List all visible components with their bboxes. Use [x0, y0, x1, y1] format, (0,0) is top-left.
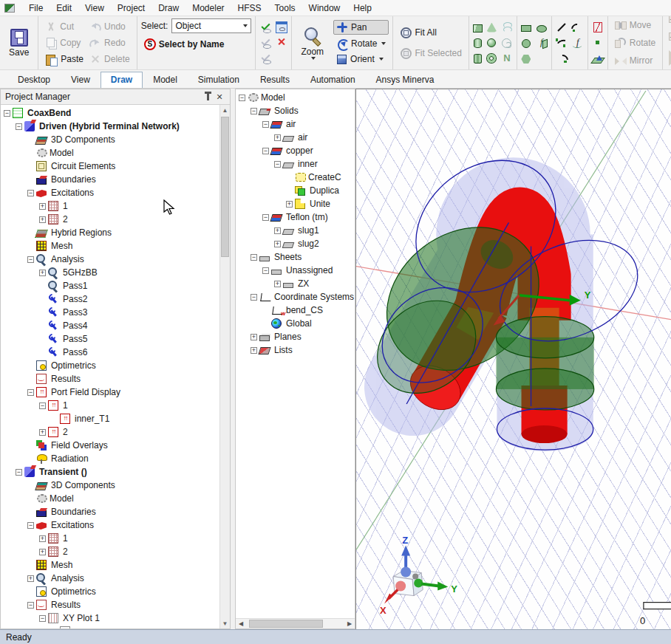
collapse-icon[interactable]: − — [27, 522, 34, 529]
fit-selected-button[interactable]: Fit Selected — [397, 46, 464, 61]
menu-file[interactable]: File — [22, 1, 50, 16]
tree-item[interactable]: −1 — [1, 399, 219, 412]
tree-item[interactable]: Global — [236, 317, 355, 330]
tree-item[interactable]: +Planes — [236, 330, 355, 343]
expand-icon[interactable]: + — [251, 334, 257, 340]
expand-icon[interactable]: + — [39, 535, 46, 542]
pin-button[interactable] — [202, 91, 214, 103]
collapse-icon[interactable]: − — [239, 95, 245, 101]
tree-item[interactable]: +Analysis — [1, 572, 219, 585]
tree-item[interactable]: +ZX — [236, 277, 355, 290]
scroll-down-icon[interactable]: ▼ — [220, 618, 231, 628]
show-selection-icon[interactable] — [259, 21, 271, 33]
delete-button[interactable]: Delete — [86, 52, 133, 66]
menu-draw[interactable]: Draw — [151, 1, 185, 16]
draw-line-icon[interactable] — [556, 21, 568, 33]
tab-simulation[interactable]: Simulation — [188, 72, 250, 88]
expand-icon[interactable]: + — [251, 347, 257, 354]
teflon-slug2[interactable] — [496, 317, 593, 410]
expand-icon[interactable]: + — [274, 227, 281, 234]
draw-sweep-icon[interactable]: N — [501, 52, 513, 64]
collapse-icon[interactable]: − — [4, 110, 10, 117]
expand-icon[interactable]: + — [39, 216, 46, 223]
menu-window[interactable]: Window — [302, 1, 347, 16]
draw-equation-surface-icon[interactable]: f — [536, 37, 548, 49]
rotate-view-button[interactable]: Rotate — [333, 36, 389, 51]
menu-edit[interactable]: Edit — [50, 1, 78, 16]
draw-bounding-box-icon[interactable] — [593, 22, 602, 32]
tree-item[interactable]: 3D Components — [1, 479, 219, 492]
duplicate-move-button[interactable] — [667, 18, 671, 32]
tree-item[interactable]: +air — [236, 131, 355, 144]
tree-item[interactable]: +1 — [1, 532, 219, 545]
select-by-name-button[interactable]: S Select by Name — [141, 37, 252, 52]
cut-button[interactable]: Cut — [42, 19, 86, 34]
paste-button[interactable]: Paste — [42, 52, 86, 66]
model-tree-hscrollbar[interactable]: ◀ ▶ — [236, 618, 355, 628]
modeler-3d-viewport[interactable]: Y — [355, 89, 671, 629]
draw-rectangle-icon[interactable] — [521, 25, 531, 32]
tree-item[interactable] — [1, 625, 219, 628]
collapse-icon[interactable]: − — [39, 615, 46, 622]
tree-item[interactable]: Circuit Elements — [1, 160, 219, 173]
tree-item[interactable]: −Excitations — [1, 186, 219, 199]
expand-icon[interactable]: + — [39, 203, 46, 210]
collapse-icon[interactable]: − — [16, 469, 22, 476]
tree-item[interactable]: +2 — [1, 213, 219, 226]
expand-icon[interactable]: + — [274, 134, 281, 141]
tree-item[interactable]: Pass6 — [1, 346, 219, 359]
select-mode-dropdown[interactable]: Object — [171, 18, 251, 33]
draw-equation-curve-icon[interactable]: f — [572, 37, 584, 49]
scroll-left-icon[interactable]: ◀ — [236, 619, 246, 629]
collapse-icon[interactable]: − — [27, 190, 34, 196]
tree-item[interactable]: −XY Plot 1 — [1, 612, 219, 625]
tree-item[interactable]: Duplica — [236, 184, 355, 197]
tab-ansys-minerva[interactable]: Ansys Minerva — [366, 72, 445, 88]
tree-item[interactable]: −Unassigned — [236, 264, 355, 277]
tree-item[interactable]: Radiation — [1, 452, 219, 465]
draw-cone-icon[interactable] — [487, 23, 497, 32]
tree-item[interactable]: −Model — [236, 91, 355, 104]
undo-button[interactable]: Undo — [86, 19, 133, 34]
collapse-icon[interactable]: − — [27, 602, 34, 609]
hide-selection-icon[interactable] — [276, 37, 287, 49]
collapse-icon[interactable]: − — [39, 402, 46, 409]
show-all-icon[interactable] — [259, 37, 271, 49]
close-panel-button[interactable]: ✕ — [214, 91, 225, 103]
tab-model[interactable]: Model — [143, 72, 188, 88]
collapse-icon[interactable]: − — [16, 123, 22, 130]
tree-item[interactable]: CreateC — [236, 171, 355, 184]
menu-view[interactable]: View — [78, 1, 111, 16]
tree-item[interactable]: −Transient () — [1, 465, 219, 479]
tree-item[interactable]: −copper — [236, 144, 355, 157]
scroll-up-icon[interactable]: ▲ — [220, 105, 231, 115]
tree-item[interactable]: −Results — [1, 598, 219, 612]
tree-item[interactable]: Pass4 — [1, 319, 219, 332]
tree-item[interactable]: Boundaries — [1, 173, 219, 186]
collapse-icon[interactable]: − — [251, 108, 257, 114]
tree-item[interactable]: +1 — [1, 199, 219, 213]
visibility-window-icon[interactable] — [276, 21, 287, 33]
tree-item[interactable]: inner_T1 — [1, 412, 219, 425]
fit-all-button[interactable]: Fit All — [397, 25, 464, 40]
tree-item[interactable]: Boundaries — [1, 505, 219, 518]
tree-item[interactable]: −Driven (Hybrid Terminal Network) — [1, 120, 219, 133]
tree-item[interactable]: 3D Components — [1, 133, 219, 146]
scrollbar-thumb[interactable] — [249, 620, 323, 628]
tab-desktop[interactable]: Desktop — [7, 72, 61, 88]
menu-project[interactable]: Project — [111, 1, 151, 16]
tree-item[interactable]: Hybrid Regions — [1, 226, 219, 239]
pan-button[interactable]: Pan — [333, 20, 389, 35]
redo-button[interactable]: Redo — [86, 35, 133, 50]
draw-point-icon[interactable] — [592, 37, 604, 49]
tree-item[interactable]: Results — [1, 372, 219, 386]
draw-arc-3point-icon[interactable] — [572, 21, 584, 33]
collapse-icon[interactable]: − — [262, 267, 269, 274]
draw-box-icon[interactable] — [473, 24, 483, 32]
tree-item[interactable]: −CoaxBend — [1, 106, 219, 120]
tree-item[interactable]: −Coordinate Systems — [236, 290, 355, 304]
tree-item[interactable]: +Lists — [236, 343, 355, 357]
draw-regular-polyhedron-icon[interactable] — [474, 54, 482, 64]
tree-item[interactable]: −Excitations — [1, 518, 219, 532]
tree-item[interactable]: +2 — [1, 425, 219, 439]
